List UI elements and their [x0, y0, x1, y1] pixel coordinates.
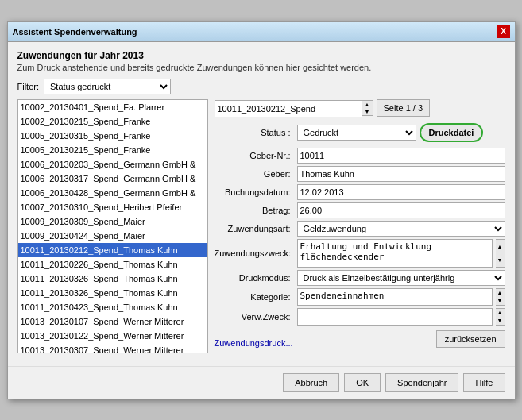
- geber-input[interactable]: [297, 166, 505, 182]
- buchungsdatum-label: Buchungsdatum:: [215, 187, 294, 197]
- zweck-scroll-down[interactable]: ▼: [496, 253, 505, 267]
- page-button[interactable]: Seite 1 / 3: [377, 99, 431, 117]
- geber-value-wrapper: [297, 166, 505, 182]
- geber-nr-input[interactable]: [297, 148, 505, 164]
- content-area: Zuwendungen für Jahr 2013 Zum Druck anst…: [8, 42, 515, 361]
- status-select[interactable]: Gedruckt Offen Alle: [297, 125, 416, 141]
- list-box[interactable]: 10002_20130401_Spend_Fa. Plarrer10002_20…: [17, 99, 208, 353]
- kategorie-value-wrapper: ▲ ▼: [297, 288, 505, 306]
- list-item[interactable]: 10006_20130317_Spend_Germann GmbH &: [18, 171, 207, 186]
- arrow-down-btn[interactable]: ▼: [362, 108, 373, 115]
- kategorie-textarea[interactable]: [297, 288, 493, 306]
- verw-zweck-textarea[interactable]: [297, 308, 493, 326]
- ok-button[interactable]: OK: [344, 373, 381, 392]
- filter-label: Filter:: [17, 82, 40, 91]
- status-value-wrapper: Gedruckt Offen Alle Druckdatei: [297, 123, 505, 142]
- list-item[interactable]: 10007_20130310_Spend_Heribert Pfeifer: [18, 200, 207, 214]
- filter-select[interactable]: Status gedruckt Alle Nicht gedruckt: [44, 79, 171, 94]
- druckmodus-label: Druckmodus:: [215, 273, 294, 283]
- list-item[interactable]: 10011_20130326_Spend_Thomas Kuhn: [18, 272, 207, 286]
- list-item[interactable]: 10009_20130424_Spend_Maier: [18, 229, 207, 243]
- spendenjahr-button[interactable]: Spendenjahr: [385, 373, 458, 392]
- zuwendungsart-select[interactable]: Geldzuwendung Sachzuwendung: [297, 221, 505, 237]
- druckmodus-value-wrapper: Druck als Einzelbestätigung unterjährig …: [297, 270, 505, 286]
- zuwendungsart-value-wrapper: Geldzuwendung Sachzuwendung: [297, 221, 505, 237]
- buchungsdatum-value-wrapper: [297, 184, 505, 200]
- main-window: Assistent Spendenverwaltung X Zuwendunge…: [7, 21, 516, 399]
- list-item[interactable]: 10013_20130307_Spend_Werner Mitterer: [18, 343, 207, 353]
- verw-scroll-btns: ▲ ▼: [496, 308, 505, 326]
- bottom-bar: Abbruch OK Spendenjahr Hilfe: [8, 366, 515, 399]
- right-panel: ▲ ▼ Seite 1 / 3 Status : Gedruckt Offen …: [215, 99, 505, 353]
- list-item[interactable]: 10002_20130215_Spend_Franke: [18, 114, 207, 129]
- betrag-input[interactable]: [297, 202, 505, 218]
- list-item[interactable]: 10011_20130326_Spend_Thomas Kuhn: [18, 286, 207, 300]
- status-label: Status :: [215, 128, 294, 137]
- zuwendungszweck-value-wrapper: ▲ ▼: [297, 239, 505, 268]
- kategorie-label: Kategorie:: [215, 292, 294, 302]
- title-bar: Assistent Spendenverwaltung X: [8, 22, 515, 42]
- kategorie-scroll-btns: ▲ ▼: [496, 288, 505, 306]
- close-button[interactable]: X: [497, 25, 510, 38]
- arrow-buttons: ▲ ▼: [362, 101, 373, 115]
- verw-scroll-up[interactable]: ▲: [496, 309, 505, 317]
- verw-zweck-label: Verw.Zweck:: [215, 312, 294, 322]
- list-item[interactable]: 10011_20130226_Spend_Thomas Kuhn: [18, 257, 207, 272]
- main-area: 10002_20130401_Spend_Fa. Plarrer10002_20…: [17, 99, 505, 353]
- betrag-value-wrapper: [297, 202, 505, 218]
- zuwendungszweck-textarea[interactable]: [297, 239, 493, 268]
- arrow-up-btn[interactable]: ▲: [362, 101, 373, 108]
- zweck-scroll-up[interactable]: ▲: [496, 240, 505, 253]
- section-title: Zuwendungen für Jahr 2013: [17, 50, 505, 61]
- list-item[interactable]: 10011_20130212_Spend_Thomas Kuhn: [18, 243, 207, 257]
- list-item[interactable]: 10009_20130309_Spend_Maier: [18, 214, 207, 229]
- buchungsdatum-input[interactable]: [297, 184, 505, 200]
- window-title: Assistent Spendenverwaltung: [13, 27, 137, 37]
- kat-scroll-down[interactable]: ▼: [496, 297, 505, 305]
- page-input[interactable]: [215, 101, 362, 117]
- zuwendungsdruck-link[interactable]: Zuwendungsdruck...: [215, 338, 293, 348]
- list-item[interactable]: 10013_20130107_Spend_Werner Mitterer: [18, 314, 207, 329]
- list-item[interactable]: 10011_20130423_Spend_Thomas Kuhn: [18, 300, 207, 314]
- verw-zweck-value-wrapper: ▲ ▼: [297, 308, 505, 326]
- druckmodus-select[interactable]: Druck als Einzelbestätigung unterjährig …: [297, 270, 505, 286]
- filter-row: Filter: Status gedruckt Alle Nicht gedru…: [17, 79, 505, 94]
- section-description: Zum Druck anstehende und bereits gedruck…: [17, 63, 505, 72]
- page-input-wrapper: ▲ ▼: [215, 100, 373, 116]
- geber-nr-value-wrapper: [297, 148, 505, 164]
- list-item[interactable]: 10005_20130315_Spend_Franke: [18, 129, 207, 143]
- verw-scroll-down[interactable]: ▼: [496, 317, 505, 325]
- list-panel: 10002_20130401_Spend_Fa. Plarrer10002_20…: [17, 99, 208, 353]
- form-grid: Geber-Nr.: Geber: Buchungsdatum: Betrag:: [215, 148, 505, 326]
- betrag-label: Betrag:: [215, 206, 294, 215]
- list-item[interactable]: 10006_20130428_Spend_Germann GmbH &: [18, 186, 207, 200]
- abbruch-button[interactable]: Abbruch: [283, 373, 339, 392]
- druckdatei-button[interactable]: Druckdatei: [420, 123, 484, 142]
- list-item[interactable]: 10006_20130203_Spend_Germann GmbH &: [18, 157, 207, 171]
- geber-label: Geber:: [215, 169, 294, 179]
- zuwendungsart-label: Zuwendungsart:: [215, 224, 294, 233]
- zuruecksetzen-button[interactable]: zurücksetzen: [436, 330, 505, 348]
- hilfe-button[interactable]: Hilfe: [463, 373, 505, 392]
- geber-nr-label: Geber-Nr.:: [215, 151, 294, 160]
- zuwendungszweck-label: Zuwendungszweck:: [215, 249, 294, 258]
- top-right: ▲ ▼ Seite 1 / 3: [215, 99, 505, 117]
- list-item[interactable]: 10013_20130122_Spend_Werner Mitterer: [18, 329, 207, 343]
- kat-scroll-up[interactable]: ▲: [496, 289, 505, 297]
- zuwendungszweck-scroll-btns: ▲ ▼: [496, 239, 505, 268]
- right-lower: Zuwendungsdruck... zurücksetzen: [215, 330, 505, 348]
- list-item[interactable]: 10005_20130215_Spend_Franke: [18, 143, 207, 157]
- status-row: Status : Gedruckt Offen Alle Druckdatei: [215, 123, 505, 142]
- list-item[interactable]: 10002_20130401_Spend_Fa. Plarrer: [18, 100, 207, 114]
